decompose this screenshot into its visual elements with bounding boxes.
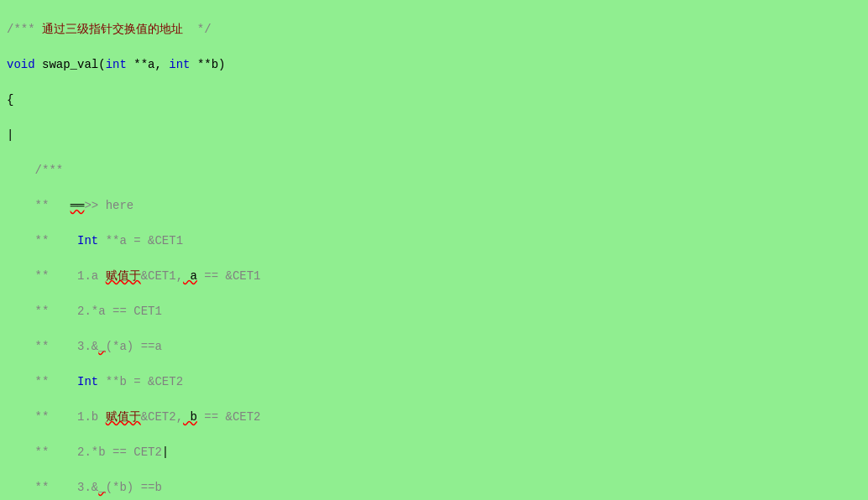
code-editor: /*** 通过三级指针交换值的地址 */ void swap_val(int *… [0, 0, 868, 500]
comment-int-b: ** Int **b = &CET2 [7, 373, 861, 391]
comment-2a: ** 2.*a == CET1 [7, 303, 861, 320]
function-signature: void swap_val(int **a, int **b) [7, 56, 861, 74]
comment-here: ** ══>> here [7, 197, 861, 215]
comment-1a: ** 1.a 赋值于&CET1, a == &CET1 [7, 268, 861, 285]
comment-3a: ** 3.&_(*a) ==a [7, 338, 861, 356]
header-comment: /*** 通过三级指针交换值的地址 */ [7, 21, 861, 39]
comment-1b: ** 1.b 赋值于&CET2, b == &CET2 [7, 409, 861, 426]
comment-3b: ** 3.&_(*b) ==b [7, 479, 861, 497]
open-brace: { [7, 91, 861, 109]
comment-start: /*** [7, 162, 861, 180]
comment-2b: ** 2.*b == CET2| [7, 444, 861, 461]
comment-int-a: ** Int **a = &CET1 [7, 232, 861, 250]
indent-marker: | [7, 127, 861, 144]
